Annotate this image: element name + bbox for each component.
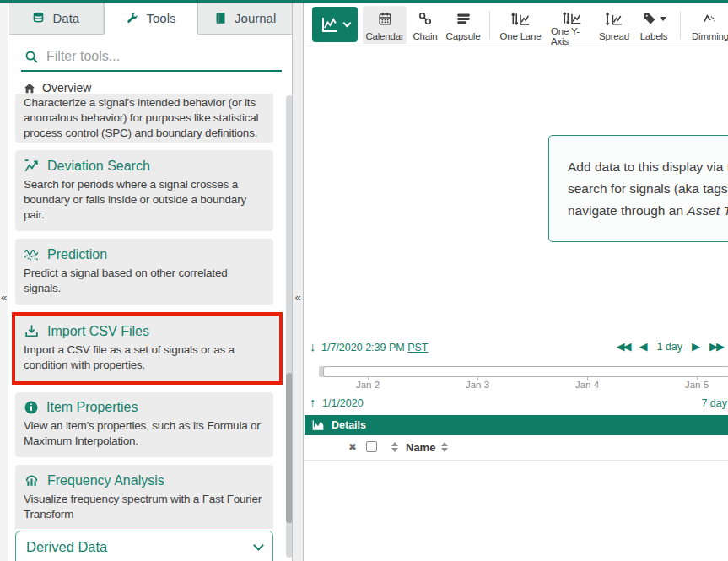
chain-button[interactable]: Chain [409,6,441,44]
tool-title: Item Properties [46,400,138,415]
tab-tools[interactable]: Tools [104,3,199,35]
details-title: Details [332,419,366,431]
spread-icon [605,10,623,27]
prediction-icon [24,246,40,262]
tab-tools-label: Tools [146,11,175,25]
message-line: search for signals (aka tags) [568,178,728,200]
spread-label: Spread [599,31,629,41]
capsule-label: Capsule [446,31,481,41]
chevron-down-icon[interactable] [253,540,264,551]
tool-item-boundaries-partial[interactable]: Characterize a signal's intended behavio… [15,94,273,143]
tool-title: Import CSV Files [47,324,149,339]
tool-title: Deviation Search [47,159,150,174]
step-back-button[interactable]: ◀ [639,340,647,353]
wrench-icon [126,12,138,24]
toolbar-separator [680,11,681,40]
toolbar-separator [489,11,490,40]
tool-item-frequency-analysis[interactable]: Frequency Analysis Visualize frequency s… [15,465,273,529]
display-range-start[interactable]: 1/1/2020 [322,397,364,409]
remove-all-icon[interactable]: ✖ [348,441,357,453]
one-y-axis-label: One Y-Axis [551,26,593,46]
sort-icon[interactable] [391,442,398,452]
tool-description: Search for periods where a signal crosse… [24,177,265,223]
display-range-duration[interactable]: 7 day [701,397,727,409]
labels-tag-icon [642,10,666,27]
book-icon [214,12,227,24]
sort-icon[interactable] [441,442,448,452]
caret-down-icon [660,17,666,21]
collapse-left-icon[interactable]: « [0,291,8,304]
details-table-header: ✖ Name [305,435,728,461]
tool-item-item-properties[interactable]: Item Properties View an item's propertie… [15,392,273,457]
details-chart-icon [311,419,325,431]
one-y-axis-button[interactable]: One Y-Axis [547,6,596,44]
up-arrow-icon: ↑ [310,395,316,409]
view-mode-dropdown[interactable] [312,7,358,42]
display-toolbar: Calendar Chain Capsule [305,3,728,46]
asset-tree-italic: Asset Tr [687,203,728,218]
message-line: Add data to this display via t [568,156,728,178]
name-column-header[interactable]: Name [406,441,435,454]
step-forward-button[interactable]: ▶ [692,340,700,353]
tool-item-deviation-search[interactable]: Deviation Search Search for periods wher… [15,150,273,231]
timezone-link[interactable]: PST [407,342,428,353]
labels-label: Labels [640,31,668,41]
step-size-label[interactable]: 1 day [656,341,682,353]
axis-tick-label: Jan 4 [575,380,599,390]
tool-description: Visualize frequency spectrum with a Fast… [24,492,265,522]
step-back-full-button[interactable]: ◀◀ [616,340,629,353]
select-all-checkbox[interactable] [366,441,377,452]
one-lane-button[interactable]: One Lane [496,6,545,44]
tool-item-prediction[interactable]: Prediction Predict a signal based on oth… [15,239,273,305]
import-csv-highlight-annotation: Import CSV Files Import a CSV file as a … [12,312,283,385]
axis-tick-label: Jan 2 [356,380,380,390]
message-line: navigate through an Asset Tr [568,200,728,222]
left-collapse-gutter[interactable]: « [0,3,8,561]
display-range-start-row: ↑ 1/1/2020 7 day [305,395,728,413]
tool-description: View an item's properties, such as its F… [24,418,265,449]
step-forward-full-button[interactable]: ▶▶ [709,340,723,353]
capsule-time-icon [456,10,472,27]
panel-collapse-gutter[interactable]: « [292,3,304,561]
chain-icon [418,10,433,27]
deviation-search-icon [24,158,40,174]
axis-tick-label: Jan 3 [466,380,489,390]
derived-data-title: Derived Data [26,539,107,555]
tool-title: Prediction [47,247,107,262]
tab-data[interactable]: Data [9,3,104,34]
tab-journal-label: Journal [235,11,276,25]
dimming-button[interactable]: Dimming [686,6,728,44]
one-lane-label: One Lane [500,31,542,41]
details-panel-header[interactable]: Details [305,415,728,435]
derived-data-section[interactable]: Derived Data View data created by tools … [15,531,273,561]
capsule-button[interactable]: Capsule [442,6,484,44]
add-data-message-box: Add data to this display via t search fo… [548,135,728,242]
panel-tabbar: Data Tools Journal [9,3,292,35]
info-icon [24,400,39,415]
down-arrow-icon: ↓ [310,339,316,353]
filter-tools-input[interactable] [46,49,257,64]
spread-button[interactable]: Spread [595,6,634,44]
one-lane-icon [510,10,531,27]
time-range-slider-thumb[interactable] [323,366,728,377]
tool-description: Characterize a signal's intended behavio… [24,95,265,141]
database-icon [32,12,45,24]
trend-chart-icon [320,14,340,35]
display-range-end[interactable]: 1/7/2020 2:39 PM PST [321,342,428,353]
tab-data-label: Data [52,11,79,25]
collapse-panel-icon[interactable]: « [293,291,303,304]
tools-panel: Data Tools Journal [9,3,292,561]
tool-title: Frequency Analysis [47,473,164,488]
tool-description: Import a CSV file as a set of signals or… [24,343,271,373]
display-range-end-row: ↓ 1/7/2020 2:39 PM PST ◀◀ ◀ 1 day ▶ ▶▶ [305,337,728,360]
calendar-button[interactable]: Calendar [363,6,407,44]
tool-item-import-csv-files[interactable]: Import CSV Files Import a CSV file as a … [15,316,279,381]
time-range-slider-track[interactable] [319,366,728,377]
labels-button[interactable]: Labels [635,6,672,44]
chain-label: Chain [413,31,437,41]
tab-journal[interactable]: Journal [198,3,292,34]
one-y-axis-icon [562,10,582,26]
dimming-label: Dimming [692,31,728,41]
search-icon [24,50,39,64]
tool-list-scrollbar-thumb[interactable] [286,373,292,523]
